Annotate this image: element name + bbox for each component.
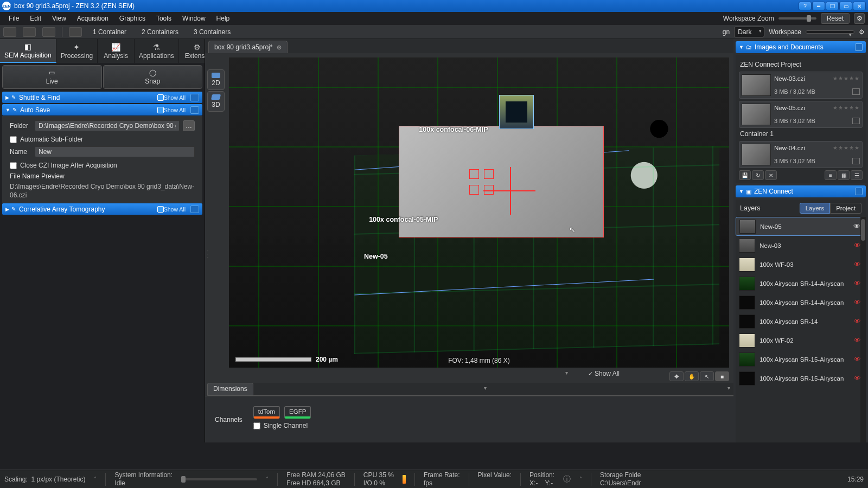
menu-acquisition[interactable]: Acquisition	[72, 13, 114, 24]
show-all-toggle[interactable]: Show All	[164, 206, 186, 213]
maximize-icon[interactable]: ▭	[839, 2, 852, 10]
container-1[interactable]: 1 Container	[88, 27, 131, 37]
accordion-shuttle-find[interactable]: ▶ ✎ Shuttle & Find Show All	[2, 92, 202, 103]
images-documents-header[interactable]: ▼ 🗂 Images and Documents	[736, 41, 866, 53]
menu-file[interactable]: File	[3, 13, 24, 24]
document-item[interactable]: New-03.czi★★★★★ 3 MB / 3,02 MB	[739, 72, 863, 99]
zen-connect-header[interactable]: ▼ ▣ ZEN Connect	[736, 185, 866, 197]
menu-edit[interactable]: Edit	[24, 13, 47, 24]
detail-view-icon[interactable]: ☰	[851, 170, 863, 180]
workspace-settings-icon[interactable]: ⚙	[859, 28, 865, 36]
reset-button[interactable]: Reset	[821, 13, 850, 24]
container-3[interactable]: 3 Containers	[189, 27, 235, 37]
menu-graphics[interactable]: Graphics	[114, 13, 151, 24]
checkbox-icon[interactable]	[157, 94, 164, 101]
scrollbar[interactable]	[860, 217, 866, 442]
layer-item[interactable]: New-05 👁	[736, 217, 866, 236]
checkbox-icon[interactable]	[157, 107, 164, 113]
dropdown-arrow-icon[interactable]: ▾	[484, 385, 487, 391]
tab-processing[interactable]: ✦Processing	[56, 39, 98, 63]
menu-view[interactable]: View	[47, 13, 72, 24]
layer-item[interactable]: 100x Airyscan SR-15-Airyscan 👁	[736, 350, 866, 369]
menu-window[interactable]: Window	[177, 13, 211, 24]
rating-stars[interactable]: ★★★★★	[833, 105, 860, 111]
layers-tab-button[interactable]: Layers	[800, 203, 831, 214]
expand-panel-icon[interactable]	[855, 43, 863, 51]
document-item[interactable]: New-04.czi★★★★★ 3 MB / 3,02 MB	[739, 141, 863, 168]
select-box[interactable]	[852, 88, 860, 95]
expand-panel-icon[interactable]	[190, 206, 199, 213]
help-icon[interactable]: ?	[799, 2, 812, 10]
settings-icon[interactable]: ⚙	[854, 13, 865, 24]
dropdown-arrow-icon[interactable]: ▾	[727, 385, 730, 391]
tab-sem-acquisition[interactable]: ◧SEM Acquisition	[0, 39, 56, 63]
save-icon[interactable]	[23, 27, 36, 37]
pointer-tool-icon[interactable]: ↖	[700, 371, 714, 381]
accordion-auto-save[interactable]: ▼ ✎ Auto Save Show All	[2, 104, 202, 115]
save-doc-icon[interactable]: 💾	[739, 170, 751, 180]
layer-item[interactable]: New-03 👁	[736, 236, 866, 255]
select-box[interactable]	[852, 158, 860, 164]
project-tab-button[interactable]: Project	[830, 203, 861, 214]
expand-icon[interactable]: ˄	[266, 476, 269, 482]
expand-panel-icon[interactable]	[190, 106, 199, 114]
menu-help[interactable]: Help	[211, 13, 235, 24]
dimensions-tab[interactable]: Dimensions	[207, 383, 253, 396]
pan-tool-icon[interactable]: ✥	[669, 371, 684, 381]
expand-panel-icon[interactable]	[190, 94, 199, 101]
refresh-icon[interactable]: ↻	[752, 170, 764, 180]
workspace-zoom-slider[interactable]	[778, 17, 816, 20]
layer-item[interactable]: 100x WF-03 👁	[736, 255, 866, 274]
theme-dropdown[interactable]: Dark	[734, 27, 764, 37]
rating-stars[interactable]: ★★★★★	[833, 145, 860, 151]
brightness-slider[interactable]	[181, 478, 257, 480]
collapse-icon[interactable]: ▾	[565, 370, 568, 376]
show-all-toggle[interactable]: ✓ Show All	[588, 370, 620, 377]
tab-applications[interactable]: ⚗Applications	[135, 39, 179, 63]
delete-icon[interactable]: ✕	[765, 170, 777, 180]
expand-icon[interactable]: ˄	[579, 476, 582, 482]
folder-field[interactable]	[35, 120, 180, 131]
name-field[interactable]	[35, 146, 195, 157]
open-icon[interactable]	[3, 27, 16, 37]
live-button[interactable]: ▭Live	[2, 65, 102, 89]
expand-icon[interactable]: ˄	[94, 476, 97, 482]
panel-resize-grip[interactable]: ···	[207, 249, 209, 259]
close-icon[interactable]: ✕	[853, 2, 866, 10]
rating-stars[interactable]: ★★★★★	[833, 75, 860, 82]
menu-tools[interactable]: Tools	[151, 13, 177, 24]
snap-button[interactable]: ◯Snap	[103, 65, 203, 89]
accordion-correlative-array[interactable]: ▶ ✎ Correlative Array Tomography Show Al…	[2, 203, 202, 215]
expand-panel-icon[interactable]	[855, 188, 863, 195]
grid-view-icon[interactable]: ▦	[838, 170, 850, 180]
channel-tdtom[interactable]: tdTom	[253, 406, 280, 419]
info-icon[interactable]: ⓘ	[563, 474, 571, 484]
layout-icon[interactable]	[42, 27, 55, 37]
minimize-icon[interactable]: ━	[812, 2, 825, 10]
show-all-toggle[interactable]: Show All	[164, 107, 186, 113]
document-item[interactable]: New-05.czi★★★★★ 3 MB / 3,02 MB	[739, 101, 863, 128]
container-2[interactable]: 2 Containers	[137, 27, 183, 37]
region-tool-icon[interactable]: ■	[715, 371, 729, 381]
image-canvas[interactable]: 100x confocal-06-MIP 100x confocal-05-MI…	[229, 57, 729, 368]
show-all-toggle[interactable]: Show All	[164, 94, 186, 101]
checkbox-icon[interactable]	[157, 206, 164, 213]
layer-item[interactable]: 100x Airyscan SR-14-Airyscan 👁	[736, 274, 866, 293]
tab-analysis[interactable]: 📈Analysis	[98, 39, 135, 63]
workspace-dropdown[interactable]	[806, 30, 854, 34]
layer-item[interactable]: 100x Airyscan SR-14 👁	[736, 312, 866, 331]
list-view-icon[interactable]: ≡	[825, 170, 837, 180]
channel-egfp[interactable]: EGFP	[284, 406, 311, 419]
tile-icon[interactable]	[69, 27, 82, 37]
close-czi-checkbox[interactable]	[10, 162, 17, 169]
close-tab-icon[interactable]: ⊗	[277, 44, 282, 51]
single-channel-checkbox[interactable]	[253, 422, 260, 429]
layer-item[interactable]: 100x WF-02 👁	[736, 331, 866, 350]
layer-item[interactable]: 100x Airyscan SR-14-Airyscan 👁	[736, 293, 866, 312]
restore-icon[interactable]: ❐	[826, 2, 839, 10]
document-tab[interactable]: box 90 grid3.a5proj* ⊗	[208, 41, 288, 53]
hand-tool-icon[interactable]: ✋	[685, 371, 699, 381]
select-box[interactable]	[852, 118, 860, 124]
layer-item[interactable]: 100x Airyscan SR-15-Airyscan 👁	[736, 369, 866, 388]
browse-button[interactable]: …	[183, 120, 195, 131]
